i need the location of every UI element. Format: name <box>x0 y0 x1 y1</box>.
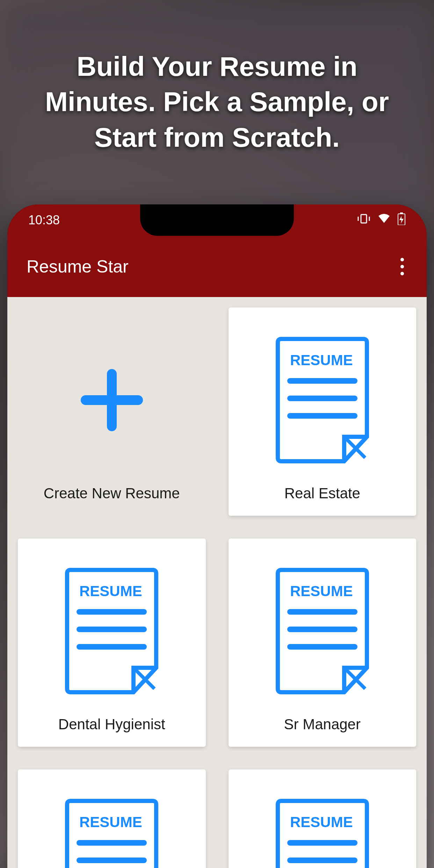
svg-text:RESUME: RESUME <box>79 814 142 830</box>
svg-text:RESUME: RESUME <box>290 352 353 368</box>
overflow-dot-icon <box>400 272 404 275</box>
resume-grid[interactable]: Create New Resume RESUME <box>7 297 427 868</box>
sample-resume-card-janitor[interactable]: RESUME Janitor <box>229 769 417 868</box>
sample-resume-card-real-estate[interactable]: RESUME Real Estate <box>229 308 417 516</box>
app-title: Resume Star <box>27 256 129 277</box>
app-bar: Resume Star <box>7 236 427 297</box>
status-icons <box>357 212 406 228</box>
battery-icon <box>397 212 406 228</box>
card-icon-area <box>75 323 149 478</box>
hero-headline: Build Your Resume in Minutes. Pick a Sam… <box>25 49 409 155</box>
resume-document-icon: RESUME <box>274 797 370 868</box>
card-icon-area: RESUME <box>274 554 370 709</box>
svg-text:RESUME: RESUME <box>79 583 142 599</box>
vibrate-icon <box>357 213 371 227</box>
overflow-dot-icon <box>400 258 404 261</box>
resume-document-icon: RESUME <box>274 335 370 466</box>
phone-screen: 10:38 <box>7 204 427 868</box>
card-label: Sr Manager <box>284 716 361 733</box>
status-time: 10:38 <box>28 213 60 227</box>
sample-resume-card-nurse[interactable]: RESUME Nurse <box>18 769 206 868</box>
phone-frame: 10:38 <box>7 204 427 868</box>
sample-resume-card-dental-hygienist[interactable]: RESUME Dental Hygienist <box>18 538 206 747</box>
svg-rect-0 <box>361 215 367 223</box>
card-label: Dental Hygienist <box>58 716 165 733</box>
plus-icon <box>75 363 149 438</box>
svg-text:RESUME: RESUME <box>290 583 353 599</box>
overflow-menu-button[interactable] <box>393 258 411 275</box>
wifi-icon <box>377 213 391 227</box>
resume-document-icon: RESUME <box>64 566 160 697</box>
sample-resume-card-sr-manager[interactable]: RESUME Sr Manager <box>229 538 417 747</box>
card-label: Real Estate <box>284 485 360 502</box>
svg-text:RESUME: RESUME <box>290 814 353 830</box>
card-icon-area: RESUME <box>274 323 370 478</box>
overflow-dot-icon <box>400 265 404 268</box>
card-icon-area: RESUME <box>274 785 370 868</box>
resume-document-icon: RESUME <box>64 797 160 868</box>
resume-document-icon: RESUME <box>274 566 370 697</box>
card-icon-area: RESUME <box>64 554 160 709</box>
create-new-resume-card[interactable]: Create New Resume <box>18 308 206 516</box>
card-label: Create New Resume <box>44 485 180 502</box>
phone-notch <box>140 204 294 236</box>
card-icon-area: RESUME <box>64 785 160 868</box>
